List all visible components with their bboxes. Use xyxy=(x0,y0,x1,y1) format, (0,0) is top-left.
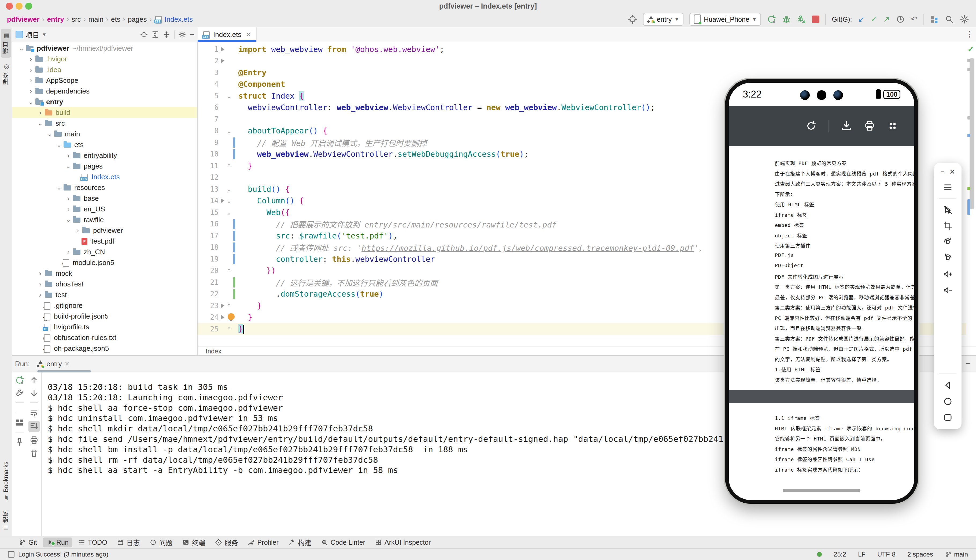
window-layout-icon[interactable] xyxy=(930,15,939,24)
tree-chevron-down[interactable]: ⌄ xyxy=(36,120,45,127)
toolwindow-button-build[interactable]: 构建 xyxy=(284,537,315,548)
debug-button[interactable] xyxy=(782,15,791,24)
tree-chevron-right[interactable]: › xyxy=(36,280,45,288)
sidebar-item-structure[interactable]: ≣结构 xyxy=(1,507,11,534)
tree-item-pdfviewer[interactable]: ›pdfviewer xyxy=(12,225,197,236)
expand-all-icon[interactable] xyxy=(152,31,159,38)
clear-console-trash-icon[interactable] xyxy=(30,448,38,458)
close-run-tab-icon[interactable]: ✕ xyxy=(65,360,69,367)
run-tab-entry[interactable]: entry ✕ xyxy=(37,360,69,368)
breadcrumb-item-pdfviewer[interactable]: pdfviewer xyxy=(7,15,39,23)
refresh-icon[interactable] xyxy=(806,120,817,132)
chevron-down-icon[interactable]: ▼ xyxy=(42,32,47,38)
tree-item-pages[interactable]: ⌄pages xyxy=(12,161,197,172)
prev-occurrence-icon[interactable] xyxy=(30,376,38,385)
tree-chevron-right[interactable]: › xyxy=(64,194,73,203)
select-opened-file-icon[interactable] xyxy=(140,31,148,38)
rotate-right-icon[interactable] xyxy=(943,253,953,263)
next-occurrence-icon[interactable] xyxy=(30,388,38,398)
project-panel-title[interactable]: 项目 xyxy=(26,30,39,39)
sidebar-item-project[interactable]: 项目▦ xyxy=(1,29,11,58)
tree-chevron-right[interactable]: › xyxy=(26,55,35,63)
stop-button[interactable] xyxy=(812,15,819,23)
menu-icon[interactable] xyxy=(943,182,953,192)
event-log-window-icon[interactable] xyxy=(8,551,15,558)
sidebar-item-commit[interactable]: 提交◎ xyxy=(1,60,11,88)
breadcrumb-item-pages[interactable]: pages xyxy=(128,15,147,23)
fold-marker[interactable]: ⌄ xyxy=(225,186,233,192)
tree-item-ets[interactable]: ⌄ets xyxy=(12,139,197,150)
pdf-document[interactable]: 前端实现 PDF 预览的常见方案由于在搭建个人博客时，想实现在线预览 pdf 格… xyxy=(729,146,914,500)
fullscreen-icon[interactable] xyxy=(887,120,898,132)
fold-marker[interactable]: ⌄ xyxy=(225,209,233,216)
tree-item-hvigorfile.ts[interactable]: TShvigorfile.ts xyxy=(12,322,197,332)
hide-run-panel-icon[interactable]: − xyxy=(965,359,970,368)
tree-chevron-right[interactable]: › xyxy=(26,77,35,85)
tree-item-module.json5[interactable]: {}module.json5 xyxy=(12,257,197,268)
print-icon[interactable] xyxy=(30,436,38,445)
breadcrumb-item-entry[interactable]: entry xyxy=(47,15,64,23)
tree-chevron-right[interactable]: › xyxy=(26,87,35,95)
tree-chevron-down[interactable]: ⌄ xyxy=(64,216,73,223)
search-everywhere-icon[interactable] xyxy=(945,15,954,24)
file-encoding[interactable]: UTF-8 xyxy=(877,551,896,558)
scroll-to-end-icon[interactable] xyxy=(28,421,40,432)
toolwindow-button-log[interactable]: 日志 xyxy=(113,537,144,548)
fold-marker[interactable]: ⌄ xyxy=(225,93,233,99)
tree-item-dependencies[interactable]: ›dependencies xyxy=(12,86,197,97)
breadcrumb-index[interactable]: Index xyxy=(206,348,221,355)
tree-chevron-down[interactable]: ⌄ xyxy=(45,130,54,138)
tree-item-en_US[interactable]: ›en_US xyxy=(12,203,197,214)
tree-chevron-down[interactable]: ⌄ xyxy=(26,98,35,105)
tab-options-icon[interactable]: ⋮ xyxy=(966,30,973,38)
tree-item-base[interactable]: ›base xyxy=(12,193,197,203)
minimize-panel-icon[interactable]: − xyxy=(940,168,944,176)
tree-item-oh-package.json5[interactable]: {}oh-package.json5 xyxy=(12,343,197,354)
git-update-button[interactable]: ↙ xyxy=(858,15,864,23)
tree-chevron-right[interactable]: › xyxy=(36,269,45,278)
fold-marker[interactable]: ⌃ xyxy=(225,163,233,169)
toolwindow-button-run[interactable]: Run xyxy=(43,537,72,547)
tree-item-resources[interactable]: ⌄resources xyxy=(12,182,197,193)
toolwindow-button-git[interactable]: Git xyxy=(15,537,41,547)
tree-chevron-right[interactable]: › xyxy=(64,248,73,256)
screenshot-crop-icon[interactable] xyxy=(943,221,953,231)
tree-chevron-right[interactable]: › xyxy=(64,205,73,213)
tree-chevron-right[interactable]: › xyxy=(26,66,35,74)
tree-chevron-right[interactable]: › xyxy=(73,227,82,235)
tree-chevron-down[interactable]: ⌄ xyxy=(54,141,64,148)
edit-configuration-wrench-icon[interactable] xyxy=(15,388,24,398)
print-icon[interactable] xyxy=(864,120,875,132)
history-button[interactable] xyxy=(896,15,905,24)
tree-chevron-down[interactable]: ⌄ xyxy=(17,45,26,52)
locate-file-icon[interactable] xyxy=(628,15,637,24)
close-panel-icon[interactable]: ✕ xyxy=(949,168,955,176)
indent-setting[interactable]: 2 spaces xyxy=(907,551,933,558)
tree-chevron-down[interactable]: ⌄ xyxy=(54,184,64,191)
fold-marker[interactable]: ⌃ xyxy=(225,303,233,309)
status-message[interactable]: Login Success! (3 minutes ago) xyxy=(18,551,108,558)
tab-index-ets[interactable]: ETS Index.ets ✕ xyxy=(197,27,257,42)
tree-item-rawfile[interactable]: ⌄rawfile xyxy=(12,214,197,225)
rerun-icon[interactable] xyxy=(15,376,24,385)
fold-marker[interactable]: ⌄ xyxy=(225,128,233,134)
tree-chevron-down[interactable]: ⌄ xyxy=(64,162,73,170)
volume-down-icon[interactable] xyxy=(943,285,953,295)
tree-item-AppScope[interactable]: ›AppScope xyxy=(12,75,197,86)
toolwindow-button-arkui[interactable]: ArkUI Inspector xyxy=(371,537,435,547)
git-push-button[interactable]: ↗ xyxy=(883,15,890,23)
git-commit-button[interactable]: ✓ xyxy=(871,15,877,23)
tree-chevron-right[interactable]: › xyxy=(36,108,45,117)
attach-debugger-icon[interactable] xyxy=(797,15,806,24)
run-configuration-select[interactable]: entry ▼ xyxy=(643,13,684,26)
fold-marker[interactable]: ⌄ xyxy=(225,197,233,204)
toolwindow-button-todo[interactable]: TODO xyxy=(75,537,111,547)
tree-item-zh_CN[interactable]: ›zh_CN xyxy=(12,247,197,257)
breadcrumb-item-ets[interactable]: ets xyxy=(111,15,120,23)
breadcrumb-item-index.ets[interactable]: ETSIndex.ets xyxy=(154,15,193,23)
nav-back-icon[interactable] xyxy=(943,380,953,390)
toolwindow-button-terminal[interactable]: 终端 xyxy=(179,537,209,548)
tree-item-pdfviewer[interactable]: ⌄pdfviewer~/hmnext/pdfviewer xyxy=(12,43,197,53)
tree-item-obfuscation-rules.txt[interactable]: ≡obfuscation-rules.txt xyxy=(12,332,197,343)
pin-tab-icon[interactable] xyxy=(15,437,24,447)
